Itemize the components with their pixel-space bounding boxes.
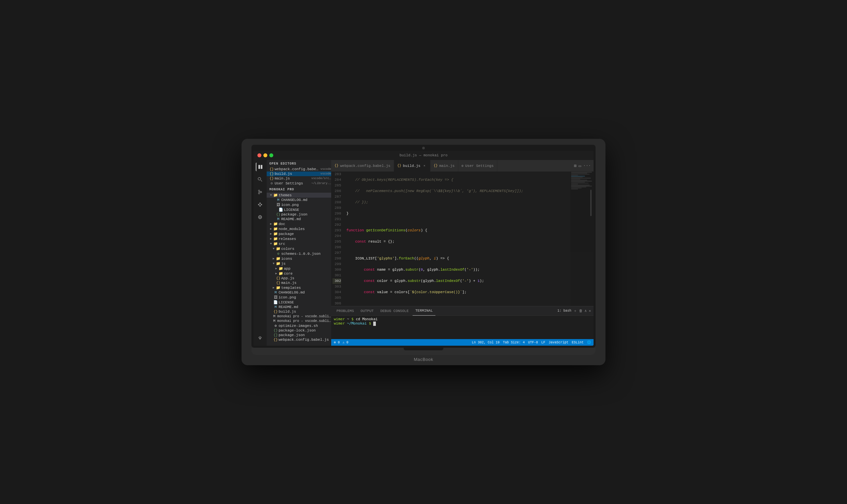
more-actions-icon[interactable]: ··· [583, 163, 591, 168]
code-content[interactable]: 283 284 285 286 287 288 289 290 291 292 [331, 172, 593, 306]
laptop-outer: build.js — monokai pro [242, 139, 605, 365]
tab-main-icon: {} [434, 164, 438, 167]
tree-releases[interactable]: ▶ 📁 releases [267, 236, 331, 241]
open-editor-settings[interactable]: ⚙ User Settings ~/Library... [267, 181, 331, 186]
laptop-notch [404, 348, 443, 350]
activity-remote-icon[interactable] [256, 213, 264, 221]
folder-header: MONOKAI PRO [267, 186, 331, 193]
panel-tab-output[interactable]: OUTPUT [358, 306, 377, 316]
tree-node-modules[interactable]: ▶ 📁 node_modules [267, 227, 331, 231]
tree-core[interactable]: ▶ 📁 core [267, 271, 331, 276]
status-eslint[interactable]: ESLint [572, 341, 584, 344]
tree-package[interactable]: ▶ 📁 package [267, 231, 331, 236]
tab-settings-label: User Settings [465, 164, 494, 168]
tree-src[interactable]: ▼ 📁 src [267, 241, 331, 246]
status-tab-size[interactable]: Tab Size: 4 [503, 341, 525, 344]
open-editor-main[interactable]: {} main.js vscode/src/js [267, 176, 331, 181]
terminal-content[interactable]: wimer ~ $ cd Monokai wimer ~/Monokai $ [331, 316, 593, 339]
status-warnings[interactable]: ⚠ 0 [343, 340, 348, 344]
svg-rect-0 [258, 165, 260, 169]
tab-webpack[interactable]: {} webpack.config.babel.js [331, 160, 394, 172]
status-encoding[interactable]: UTF-8 [528, 341, 538, 344]
tree-monokai-proj[interactable]: M monokai pro - vscode.sublime-project [267, 314, 331, 319]
open-editors-header: OPEN EDITORS [267, 160, 331, 167]
tab-actions: ⊞ ▭ ··· [571, 163, 593, 168]
status-bar: ⊗ 0 ⚠ 0 Ln 302, Col 19 Tab Size: 4 UTF-8… [331, 339, 593, 346]
svg-rect-10 [259, 203, 261, 204]
tree-templates[interactable]: ▶ 📁 templates [267, 285, 331, 290]
activity-search-icon[interactable] [256, 175, 264, 184]
tree-package-json[interactable]: {} package.json [267, 212, 331, 217]
tree-license[interactable]: 📄 LICENSE [267, 207, 331, 212]
tab-webpack-label: webpack.config.babel.js [340, 164, 391, 168]
title-bar: build.js — monokai pro [254, 151, 593, 160]
tree-icon-png[interactable]: 🖼 icon.png [267, 202, 331, 207]
open-editor-build[interactable]: {} build.js vscode [267, 172, 331, 176]
svg-point-4 [258, 190, 260, 191]
tree-icons[interactable]: ▶ 📁 icons [267, 256, 331, 261]
activity-extensions-icon[interactable] [256, 200, 264, 209]
tree-doc[interactable]: ▶ 📁 doc [267, 221, 331, 227]
tab-settings[interactable]: ⚙ User Settings [458, 160, 497, 172]
tree-main-js[interactable]: {} main.js [267, 281, 331, 285]
editor-area: {} webpack.config.babel.js {} build.js ✕… [331, 160, 593, 346]
minimize-button[interactable] [263, 154, 267, 157]
tree-changelog-2[interactable]: M CHANGELOG.md [267, 290, 331, 295]
panel-tab-problems[interactable]: PROBLEMS [334, 306, 357, 316]
tab-settings-icon: ⚙ [462, 164, 464, 168]
activity-settings-icon[interactable] [256, 335, 264, 343]
tree-app-js[interactable]: {} App.js [267, 276, 331, 281]
svg-line-3 [261, 180, 262, 181]
tree-package-lock[interactable]: {} package-lock.json [267, 328, 331, 333]
tree-themes[interactable]: ▼ 📁 themes [267, 193, 331, 198]
tree-changelog-top[interactable]: M CHANGELOG.md [267, 198, 331, 202]
laptop-base [252, 348, 595, 355]
tab-build[interactable]: {} build.js ✕ [394, 160, 430, 172]
terminal-add-icon[interactable]: ＋ [573, 308, 577, 313]
tree-optimize-sh[interactable]: ⚙ optimize-images.sh [267, 323, 331, 328]
status-errors[interactable]: ⊗ 0 [334, 340, 340, 344]
svg-rect-9 [261, 204, 262, 205]
terminal-close-icon[interactable]: ✕ [589, 309, 591, 313]
tree-license-2[interactable]: 📄 LICENSE [267, 300, 331, 305]
terminal-line-1: wimer ~ $ cd Monokai [334, 317, 591, 321]
tree-js[interactable]: ▼ 📁 js [267, 261, 331, 266]
status-eol[interactable]: LF [541, 341, 545, 344]
status-line-col[interactable]: Ln 302, Col 19 [472, 341, 500, 344]
split-editor-icon[interactable]: ⊞ [574, 163, 577, 168]
tree-readme-2[interactable]: M README.md [267, 305, 331, 309]
status-language[interactable]: JavaScript [549, 341, 568, 344]
close-button[interactable] [257, 154, 261, 157]
tab-build-icon: {} [397, 164, 401, 167]
tree-build-js[interactable]: {} build.js [267, 309, 331, 314]
terminal-up-icon[interactable]: ∧ [585, 309, 587, 313]
tab-main[interactable]: {} main.js [430, 160, 458, 172]
tab-build-close[interactable]: ✕ [422, 164, 427, 168]
tree-readme[interactable]: M README.md [267, 217, 331, 221]
tree-colors[interactable]: ▼ 📁 colors [267, 246, 331, 251]
terminal-trash-icon[interactable]: 🗑 [579, 309, 583, 313]
svg-rect-11 [259, 205, 261, 206]
code-lines: // Object.keys(REPLACEMENTS).forEach(key… [344, 172, 570, 306]
status-globe-icon[interactable]: 🌐 [587, 340, 591, 344]
panel-tab-terminal[interactable]: TERMINAL [413, 306, 435, 316]
svg-point-5 [258, 193, 260, 194]
tree-app[interactable]: ▶ 📁 app [267, 266, 331, 271]
open-editor-webpack[interactable]: {} webpack.config.babel.js vscode [267, 167, 331, 172]
activity-git-icon[interactable] [256, 188, 264, 196]
terminal-line-2: wimer ~/Monokai $ [334, 321, 591, 326]
tree-icon-png-2[interactable]: 🖼 icon.png [267, 295, 331, 300]
panel-tab-actions: 1: bash ＋ 🗑 ∧ ✕ [557, 308, 591, 313]
terminal-bash-label: 1: bash [557, 309, 571, 313]
tree-monokai-worksp[interactable]: M monokai pro - vscode.sublime-worksp... [267, 319, 331, 323]
svg-rect-8 [258, 204, 259, 205]
svg-rect-1 [261, 165, 262, 169]
tree-package-json-2[interactable]: {} package.json [267, 333, 331, 338]
tree-schemes[interactable]: ⚙ schemes-1.0.0.json [267, 251, 331, 256]
traffic-lights [257, 154, 273, 157]
maximize-button[interactable] [269, 154, 273, 157]
toggle-sidebar-icon[interactable]: ▭ [579, 163, 581, 168]
activity-explorer-icon[interactable] [256, 163, 264, 171]
panel-tab-debug[interactable]: DEBUG CONSOLE [378, 306, 411, 316]
tree-webpack-config[interactable]: {} webpack.config.babel.js [267, 338, 331, 342]
